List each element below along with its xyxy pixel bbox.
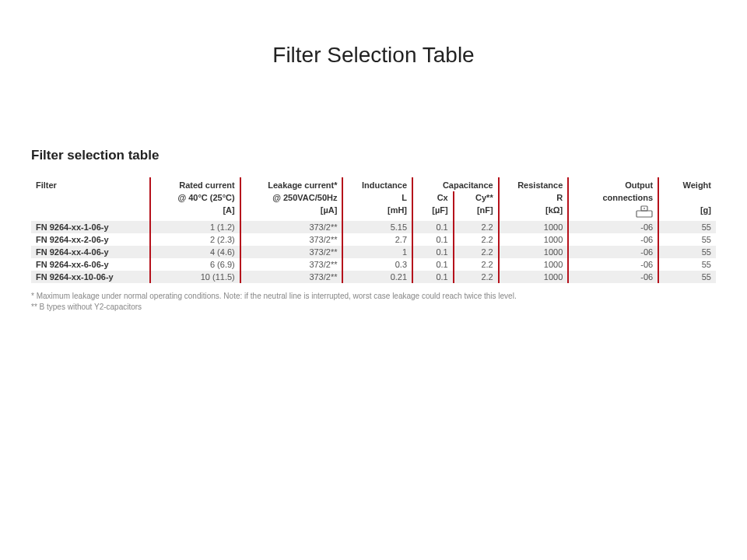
footnotes: * Maximum leakage under normal operating… [31,291,716,313]
cell-cx: 0.1 [412,258,454,271]
cell-ind: 5.15 [342,221,412,233]
cell-rated: 10 (11.5) [150,271,240,283]
unit-resistance: [kΩ] [499,204,569,221]
cell-ind: 1 [342,246,412,258]
cell-out: -06 [568,221,658,233]
footnote-2: ** B types without Y2-capacitors [31,302,716,313]
cell-ind: 0.21 [342,271,412,283]
cell-cy: 2.2 [454,246,499,258]
cell-leak: 373/2** [240,221,343,233]
cell-filter: FN 9264-xx-4-06-y [31,246,150,258]
cell-leak: 373/2** [240,233,343,246]
connector-icon [636,205,653,218]
cell-cx: 0.1 [412,246,454,258]
cell-rated: 2 (2.3) [150,233,240,246]
table-row: FN 9264-xx-6-06-y6 (6.9)373/2**0.30.12.2… [31,258,716,271]
cell-filter: FN 9264-xx-2-06-y [31,233,150,246]
footnote-1: * Maximum leakage under normal operating… [31,291,716,302]
col-filter: Filter [31,177,150,191]
cell-cx: 0.1 [412,271,454,283]
filter-table-section: Filter selection table Filter Rated curr… [31,148,716,313]
unit-rated: [A] [150,204,240,221]
svg-rect-0 [637,211,652,217]
cell-cx: 0.1 [412,233,454,246]
col-output: Output [568,177,658,191]
cell-out: -06 [568,233,658,246]
col-leakage: Leakage current* [240,177,343,191]
unit-cx: [µF] [412,204,454,221]
cell-filter: FN 9264-xx-1-06-y [31,221,150,233]
cell-wt: 55 [658,258,716,271]
cell-wt: 55 [658,233,716,246]
cell-leak: 373/2** [240,246,343,258]
cell-cy: 2.2 [454,258,499,271]
cell-cy: 2.2 [454,233,499,246]
cell-rated: 4 (4.6) [150,246,240,258]
cell-wt: 55 [658,246,716,258]
page-title: Filter Selection Table [0,43,747,68]
cell-filter: FN 9264-xx-10-06-y [31,271,150,283]
cell-leak: 373/2** [240,258,343,271]
unit-cy: [nF] [454,204,499,221]
filter-selection-table: Filter Rated current Leakage current* In… [31,177,716,283]
table-row: FN 9264-xx-2-06-y2 (2.3)373/2**2.70.12.2… [31,233,716,246]
cell-res: 1000 [499,246,569,258]
cell-leak: 373/2** [240,271,343,283]
cell-out: -06 [568,271,658,283]
cell-wt: 55 [658,271,716,283]
cell-res: 1000 [499,221,569,233]
cell-out: -06 [568,246,658,258]
unit-weight: [g] [658,204,716,221]
col-capacitance: Capacitance [412,177,499,191]
cell-cx: 0.1 [412,221,454,233]
cell-filter: FN 9264-xx-6-06-y [31,258,150,271]
cell-res: 1000 [499,271,569,283]
cell-res: 1000 [499,233,569,246]
table-row: FN 9264-xx-4-06-y4 (4.6)373/2**10.12.210… [31,246,716,258]
section-heading: Filter selection table [31,148,716,163]
col-weight: Weight [658,177,716,191]
col-resistance: Resistance [499,177,569,191]
cell-rated: 1 (1.2) [150,221,240,233]
cell-cy: 2.2 [454,271,499,283]
table-row: FN 9264-xx-10-06-y10 (11.5)373/2**0.210.… [31,271,716,283]
cell-res: 1000 [499,258,569,271]
cell-wt: 55 [658,221,716,233]
cell-cy: 2.2 [454,221,499,233]
col-rated-current: Rated current [150,177,240,191]
unit-leakage: [µA] [240,204,343,221]
table-row: FN 9264-xx-1-06-y1 (1.2)373/2**5.150.12.… [31,221,716,233]
cell-ind: 0.3 [342,258,412,271]
cell-ind: 2.7 [342,233,412,246]
cell-rated: 6 (6.9) [150,258,240,271]
cell-out: -06 [568,258,658,271]
col-inductance: Inductance [342,177,412,191]
unit-output-icon [568,204,658,221]
unit-inductance: [mH] [342,204,412,221]
